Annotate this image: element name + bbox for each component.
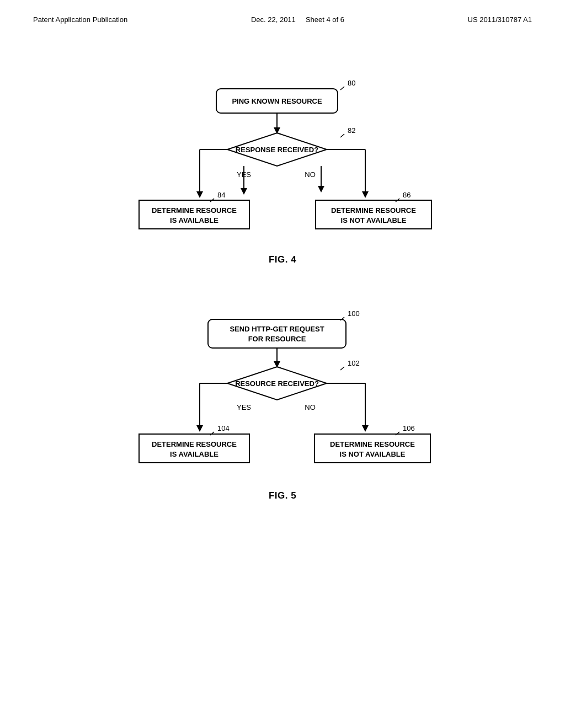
header-right: US 2011/310787 A1 (468, 15, 532, 24)
fig4-no-label: NO (305, 170, 316, 179)
fig5-n104-text1: DETERMINE RESOURCE (152, 440, 237, 448)
svg-rect-21 (208, 319, 346, 348)
fig5-label-102: 102 (348, 359, 360, 367)
fig5-label-100: 100 (348, 309, 360, 318)
fig5-n100-text2: FOR RESOURCE (248, 335, 306, 343)
fig5-diagram: 100 SEND HTTP-GET REQUEST FOR RESOURCE 1… (0, 298, 565, 501)
svg-rect-19 (316, 200, 431, 229)
fig4-n80-text: PING KNOWN RESOURCE (232, 97, 322, 105)
fig5-yes-label: YES (237, 403, 251, 411)
fig4-n86-text2: IS NOT AVAILABLE (341, 216, 407, 224)
svg-marker-15 (362, 191, 369, 198)
fig5-n100-text1: SEND HTTP-GET REQUEST (230, 325, 324, 333)
svg-marker-12 (196, 191, 203, 198)
fig5-label-104: 104 (217, 424, 230, 432)
fig5-n104-text2: IS AVAILABLE (170, 450, 218, 458)
fig5-n106-text2: IS NOT AVAILABLE (340, 450, 406, 458)
svg-marker-31 (362, 425, 369, 432)
svg-marker-7 (241, 188, 247, 195)
fig4-label-82: 82 (348, 126, 355, 135)
fig5-n102-text: RESOURCE RECEIVED? (235, 379, 319, 388)
fig4-label: FIG. 4 (269, 254, 296, 265)
header-left: Patent Application Publication (33, 15, 127, 24)
svg-marker-9 (318, 186, 324, 192)
fig5-label-106: 106 (403, 424, 415, 432)
header-sheet: Sheet 4 of 6 (306, 15, 344, 24)
svg-rect-33 (139, 434, 249, 463)
fig4-label-86: 86 (403, 191, 411, 199)
fig4-n82-text: RESPONSE RECEIVED? (236, 146, 318, 154)
fig5-label: FIG. 5 (269, 490, 296, 501)
svg-line-0 (340, 87, 344, 90)
fig4-n84-text1: DETERMINE RESOURCE (152, 206, 237, 215)
fig5-no-label: NO (305, 403, 316, 411)
fig5-n106-text1: DETERMINE RESOURCE (330, 440, 415, 448)
page-header: Patent Application Publication Dec. 22, … (0, 0, 565, 24)
fig4-label-84: 84 (217, 191, 225, 199)
fig5-svg: 100 SEND HTTP-GET REQUEST FOR RESOURCE 1… (89, 298, 476, 480)
svg-line-24 (340, 367, 344, 370)
svg-rect-17 (139, 200, 249, 229)
svg-rect-35 (315, 434, 430, 463)
header-middle: Dec. 22, 2011 Sheet 4 of 6 (251, 15, 344, 24)
svg-marker-28 (196, 425, 203, 432)
fig4-svg: 80 PING KNOWN RESOURCE 82 RESPONSE RECEI… (89, 68, 476, 244)
fig4-label-80: 80 (348, 79, 355, 87)
fig4-n84-text2: IS AVAILABLE (170, 216, 218, 224)
fig4-n86-text1: DETERMINE RESOURCE (331, 206, 416, 215)
fig4-diagram: 80 PING KNOWN RESOURCE 82 RESPONSE RECEI… (0, 68, 565, 265)
svg-line-4 (340, 134, 344, 137)
header-date: Dec. 22, 2011 (251, 15, 296, 24)
